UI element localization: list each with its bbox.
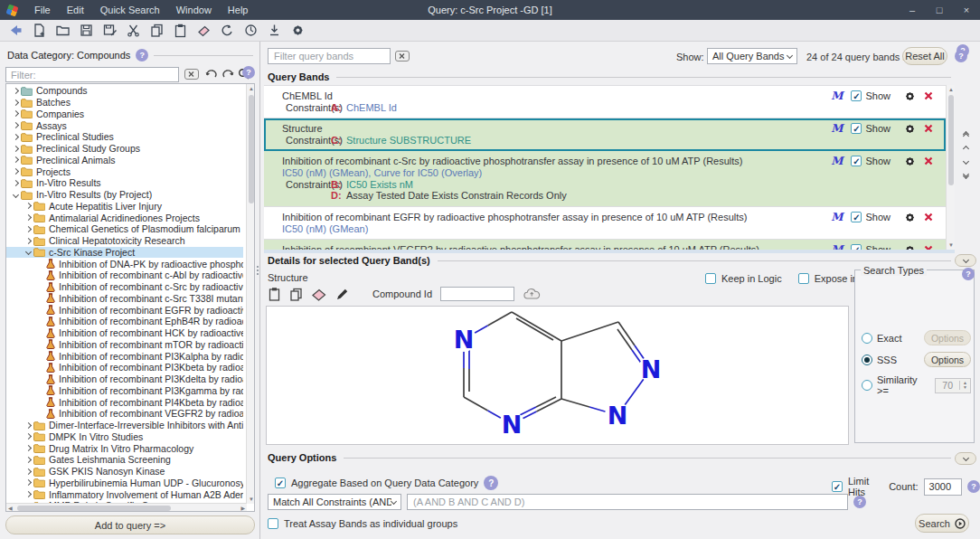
expand-icon[interactable]	[24, 491, 31, 497]
aggregate-checkbox[interactable]: ✓	[275, 478, 286, 488]
similarity-spinner[interactable]: 70▲▼	[935, 378, 971, 393]
band-remove-icon[interactable]	[924, 124, 933, 133]
paste-icon[interactable]	[168, 22, 192, 40]
limit-hits-checkbox[interactable]: ✓	[832, 481, 843, 492]
band-fields-link[interactable]: IC50 (nM) (GMean), Curve for IC50 (Overl…	[264, 167, 946, 179]
band-settings-gear-icon[interactable]	[904, 212, 916, 223]
tree-item-folder[interactable]: Hyperbilirubinemia Human UDP - Glucurono…	[6, 478, 243, 489]
show-bands-dropdown[interactable]: All Query Bands	[707, 48, 797, 64]
tree-item-assay[interactable]: Inhibition of recombinant c-Abl by radio…	[6, 270, 243, 281]
expand-icon[interactable]	[24, 468, 31, 475]
structure-editor-canvas[interactable]: N N N N	[266, 306, 849, 445]
undo-icon[interactable]	[215, 22, 239, 40]
move-up-icon[interactable]	[964, 147, 968, 151]
tree-item-folder[interactable]: Antimalarial Acridinediones Projects	[6, 212, 243, 223]
tree-item-folder[interactable]: Gates Leishmania Screening	[6, 454, 243, 466]
tree-item-folder[interactable]: Projects	[6, 165, 243, 177]
tree-item-assay[interactable]: Inhibition of recombinant PI3Kgamma by r…	[6, 385, 243, 397]
tree-item-folder[interactable]: In-Vitro Results	[6, 177, 243, 189]
expose-in-widget-checkbox[interactable]	[798, 273, 809, 284]
settings-icon[interactable]	[286, 22, 309, 40]
tree-item-folder[interactable]: Compounds	[6, 85, 243, 97]
bands-vscrollbar[interactable]: ▲ ▼	[946, 85, 955, 250]
tree-item-assay[interactable]: Inhibition of recombinant EGFR by radioa…	[6, 304, 243, 316]
save-as-icon[interactable]	[98, 22, 121, 40]
band-merge-flag[interactable]: M	[831, 243, 843, 250]
tree-item-folder[interactable]: Acute Hepatitis Liver Injury	[6, 201, 243, 213]
expand-icon[interactable]	[24, 422, 31, 429]
expand-icon[interactable]	[24, 226, 31, 232]
cut-icon[interactable]	[121, 22, 145, 40]
expand-icon[interactable]	[12, 180, 18, 186]
search-type-radio-similarity-[interactable]	[862, 380, 872, 391]
menu-window[interactable]: Window	[168, 0, 220, 20]
tree-item-folder[interactable]: Assays	[6, 119, 243, 131]
aggregate-help-icon[interactable]: ?	[484, 476, 498, 490]
sync-icon[interactable]	[239, 22, 262, 40]
constraint-text[interactable]: Assay Tested Date Exists Constrain Recor…	[346, 190, 567, 201]
menu-edit[interactable]: Edit	[59, 0, 92, 20]
band-filter-input[interactable]: Filter query bands	[268, 48, 391, 64]
tree-item-assay[interactable]: Inhibition of recombinant VEGFR2 by radi…	[6, 408, 243, 420]
maximize-icon[interactable]: □	[926, 0, 953, 20]
query-options-collapse-button[interactable]	[955, 452, 976, 465]
tree-item-assay[interactable]: Inhibition of recombinant EphB4R by radi…	[6, 316, 243, 327]
tree-item-folder[interactable]: Inflammatory Involvement of Human A2B Ad…	[6, 488, 243, 500]
tree-hscrollbar[interactable]: ◀ ▶	[6, 503, 247, 511]
move-top-icon[interactable]	[964, 132, 968, 138]
open-icon[interactable]	[51, 22, 74, 40]
expand-icon[interactable]	[24, 238, 31, 244]
move-bottom-icon[interactable]	[964, 172, 968, 178]
band-settings-gear-icon[interactable]	[904, 123, 916, 135]
reset-all-button[interactable]: Reset All	[902, 47, 947, 65]
new-query-icon[interactable]	[27, 22, 51, 40]
band-merge-flag[interactable]: M	[831, 155, 843, 167]
undo-filter-icon[interactable]	[204, 68, 217, 80]
match-constraints-dropdown[interactable]: Match All Constraints (AND All)	[268, 494, 401, 510]
tree-item-folder[interactable]: Batches	[6, 97, 243, 109]
expand-icon[interactable]	[24, 214, 31, 221]
expand-icon[interactable]	[24, 445, 31, 451]
band-remove-icon[interactable]	[924, 213, 933, 222]
compound-id-input[interactable]	[440, 287, 514, 301]
copy-icon[interactable]	[145, 22, 168, 40]
tree-item-folder[interactable]: Companies	[6, 109, 243, 120]
menu-file[interactable]: File	[26, 0, 59, 20]
band-show-checkbox[interactable]: ✓	[851, 123, 862, 134]
tree-item-assay[interactable]: Inhibition of recombinant PI4Kbeta by ra…	[6, 396, 243, 408]
constraint-text[interactable]: IC50 Exists nM	[346, 179, 413, 190]
clear-band-filter-icon[interactable]	[395, 51, 410, 61]
tree-item-assay[interactable]: Inhibition of recombinant mTOR by radioa…	[6, 339, 243, 351]
tree-item-folder[interactable]: Preclinical Study Groups	[6, 143, 243, 155]
tree-item-folder[interactable]: GSK PKIS Nanosyn Kinase	[6, 466, 243, 478]
tree-item-folder[interactable]: Dimer-Interface-Irreversible Inhibitors …	[6, 420, 243, 431]
panel-splitter[interactable]	[257, 264, 259, 277]
tree-item-assay[interactable]: Inhibition of recombinant PI3Kdelta by r…	[6, 374, 243, 385]
band-remove-icon[interactable]	[924, 156, 933, 165]
menu-quick-search[interactable]: Quick Search	[92, 0, 168, 20]
options-button[interactable]: Options	[924, 352, 971, 367]
details-collapse-button[interactable]	[955, 254, 976, 267]
tree-item-folder[interactable]: Preclinical Animals	[6, 155, 243, 166]
fetch-compound-cloud-icon[interactable]	[523, 288, 542, 300]
expand-icon[interactable]	[24, 457, 31, 463]
query-band[interactable]: ChEMBL IdConstraint(s)A:ChEMBL IdM✓Show	[264, 86, 946, 118]
back-icon[interactable]	[4, 22, 27, 40]
expand-icon[interactable]	[12, 99, 18, 106]
bands-hscrollbar[interactable]	[264, 250, 955, 253]
expand-icon[interactable]	[24, 433, 31, 440]
expand-icon[interactable]	[24, 479, 31, 486]
band-settings-gear-icon[interactable]	[904, 156, 916, 167]
tree-filter-input[interactable]: Filter:	[5, 67, 179, 82]
tree-item-folder[interactable]: Clinical Hepatotoxicity Research	[6, 235, 243, 247]
search-type-radio-sss[interactable]	[862, 355, 872, 365]
tree-vscrollbar[interactable]: ▲ ▼	[246, 84, 254, 504]
tree-item-folder[interactable]: Drug Matrix In Vitro Pharmacology	[6, 442, 243, 454]
close-icon[interactable]: ×	[953, 0, 980, 20]
expand-icon[interactable]	[12, 168, 18, 175]
band-merge-flag[interactable]: M	[831, 90, 843, 102]
treat-assay-bands-checkbox[interactable]	[268, 518, 278, 529]
data-category-help-icon[interactable]: ?	[136, 49, 148, 61]
band-merge-flag[interactable]: M	[831, 122, 843, 135]
edit-structure-icon[interactable]	[335, 288, 349, 301]
